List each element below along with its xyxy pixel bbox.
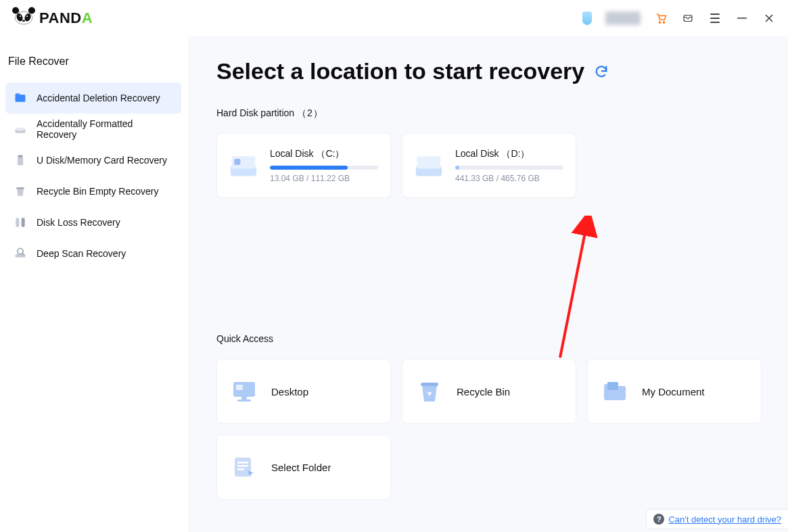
sidebar-item-label: Recycle Bin Empty Recovery [37,186,159,197]
close-button[interactable] [762,11,776,25]
partition-info: Local Disk （C:） 13.04 GB / 111.22 GB [270,148,378,183]
quick-recycle-bin[interactable]: Recycle Bin [402,359,576,424]
sidebar-item-recycle-bin[interactable]: Recycle Bin Empty Recovery [5,176,181,207]
partitions-label-text: Hard Disk partition [216,107,294,118]
help-bubble[interactable]: ? Can't detect your hard drive? [646,509,788,529]
svg-point-7 [22,20,25,22]
partition-info: Local Disk （D:） 441.33 GB / 465.76 GB [455,148,563,183]
svg-point-5 [20,16,21,17]
sidebar: File Recover Accidental Deletion Recover… [0,37,188,532]
inbox-icon[interactable] [681,11,695,25]
sidebar-item-label: Accidentally Formatted Recovery [37,118,173,140]
sidebar-item-disk-loss[interactable]: Disk Loss Recovery [5,207,181,238]
svg-rect-34 [235,458,251,477]
panda-icon [12,7,35,30]
svg-rect-26 [417,156,441,168]
svg-rect-15 [18,158,23,166]
sidebar-item-usb[interactable]: U Disk/Memory Card Recovery [5,145,181,176]
bin-icon [14,185,27,198]
bin-large-icon [415,377,444,406]
menu-icon[interactable] [708,11,722,25]
svg-rect-16 [16,187,24,189]
format-icon [14,122,27,136]
svg-point-6 [26,16,28,17]
sidebar-item-label: U Disk/Memory Card Recovery [37,155,167,166]
svg-rect-35 [237,462,248,464]
quick-desktop[interactable]: Desktop [216,359,391,424]
partition-progress [270,166,378,170]
quick-access-row: Desktop Recycle Bin My Document Select F… [216,359,776,500]
svg-rect-31 [237,400,251,402]
partitions-row: Local Disk （C:） 13.04 GB / 111.22 GB Loc… [216,133,776,198]
sidebar-item-accidental-deletion[interactable]: Accidental Deletion Recovery [5,82,181,114]
svg-point-1 [12,7,19,14]
cart-icon[interactable] [654,11,668,25]
svg-rect-11 [737,18,747,19]
shield-icon[interactable] [582,11,592,25]
quick-label: Select Folder [271,462,331,473]
usb-icon [14,153,27,167]
svg-rect-10 [684,16,692,22]
svg-rect-30 [241,397,247,400]
partition-card-d[interactable]: Local Disk （D:） 441.33 GB / 465.76 GB [402,133,576,198]
partitions-count: （2） [297,107,323,118]
svg-rect-36 [237,465,248,467]
svg-rect-24 [234,159,240,165]
svg-rect-18 [22,218,25,226]
quick-access-label: Quick Access [216,333,776,344]
svg-point-13 [16,128,26,131]
folder-icon [14,91,27,105]
partitions-section-label: Hard Disk partition （2） [216,107,776,120]
quick-select-folder[interactable]: Select Folder [216,435,391,500]
svg-point-9 [663,22,664,23]
drive-icon [415,153,443,178]
sidebar-item-label: Disk Loss Recovery [37,217,120,228]
help-icon: ? [653,514,664,525]
refresh-button[interactable] [594,64,609,79]
brand-logo: PANDA [12,7,93,30]
partition-progress [455,166,563,170]
quick-label: Recycle Bin [457,386,510,397]
user-area-blurred [605,11,641,25]
svg-point-8 [659,22,660,23]
sidebar-item-formatted[interactable]: Accidentally Formatted Recovery [5,114,181,145]
partition-size: 13.04 GB / 111.22 GB [270,174,378,183]
partition-card-c[interactable]: Local Disk （C:） 13.04 GB / 111.22 GB [216,133,391,198]
partition-name: Local Disk （D:） [455,148,563,160]
minimize-button[interactable] [735,11,749,25]
quick-label: My Document [642,386,705,397]
header-actions [582,11,776,25]
brand-text: PANDA [39,9,93,27]
help-link[interactable]: Can't detect your hard drive? [668,514,781,525]
drive-icon [229,153,258,178]
sidebar-item-deep-scan[interactable]: Deep Scan Recovery [5,238,181,269]
svg-rect-32 [421,383,438,386]
sidebar-item-label: Accidental Deletion Recovery [37,93,160,103]
header: PANDA [0,0,788,37]
select-folder-icon [229,452,259,482]
partition-name: Local Disk （C:） [270,148,378,160]
desktop-icon [229,377,259,406]
deep-scan-icon [14,247,27,260]
sidebar-item-label: Deep Scan Recovery [37,248,126,259]
svg-rect-37 [237,468,244,470]
quick-my-document[interactable]: My Document [587,359,762,424]
sidebar-title: File Recover [5,43,181,82]
main-panel: Select a location to start recovery Hard… [188,37,788,532]
svg-point-2 [28,7,35,14]
partition-progress-fill [455,166,459,170]
page-title-row: Select a location to start recovery [216,58,776,84]
disk-loss-icon [14,216,27,229]
page-title: Select a location to start recovery [216,58,584,84]
svg-rect-33 [607,382,618,390]
partition-progress-fill [270,166,348,170]
svg-rect-17 [16,218,19,226]
svg-rect-29 [236,385,243,390]
app-body: File Recover Accidental Deletion Recover… [0,37,788,532]
document-icon [600,377,630,406]
partition-size: 441.33 GB / 465.76 GB [455,174,563,183]
quick-label: Desktop [271,386,308,397]
